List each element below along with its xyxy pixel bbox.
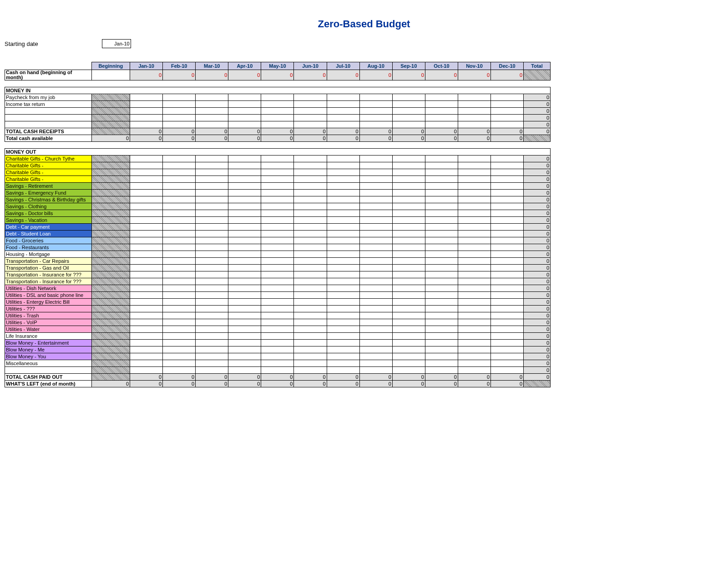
cell[interactable] — [458, 271, 490, 278]
cell[interactable] — [458, 115, 490, 121]
cell[interactable] — [359, 169, 392, 176]
cell[interactable] — [359, 217, 392, 224]
cell[interactable] — [130, 203, 163, 210]
cell[interactable] — [196, 101, 228, 108]
cell[interactable] — [130, 231, 163, 237]
cell[interactable] — [491, 299, 524, 306]
cell[interactable] — [196, 271, 228, 278]
cell[interactable] — [359, 278, 392, 285]
cell[interactable] — [261, 210, 294, 217]
cell[interactable] — [228, 258, 261, 265]
cell[interactable] — [491, 346, 524, 353]
cell[interactable] — [425, 217, 458, 224]
cell[interactable]: 0 — [359, 70, 392, 80]
cell[interactable] — [458, 251, 490, 258]
cell[interactable] — [327, 176, 359, 183]
cell[interactable] — [294, 237, 327, 244]
cell[interactable] — [228, 271, 261, 278]
cell[interactable] — [163, 224, 196, 231]
cell[interactable] — [327, 340, 359, 346]
cell[interactable]: 0 — [294, 70, 327, 80]
cell[interactable] — [458, 176, 490, 183]
cell[interactable] — [163, 285, 196, 292]
cell[interactable] — [294, 156, 327, 162]
cell[interactable] — [491, 251, 524, 258]
cell[interactable] — [228, 312, 261, 319]
cell[interactable] — [392, 94, 425, 101]
cell[interactable]: 0 — [228, 70, 261, 80]
cell[interactable] — [392, 319, 425, 326]
cell[interactable] — [491, 190, 524, 196]
cell[interactable] — [458, 299, 490, 306]
cell[interactable] — [196, 176, 228, 183]
cell[interactable] — [261, 121, 294, 128]
cell[interactable] — [491, 156, 524, 162]
cell[interactable] — [491, 203, 524, 210]
cell[interactable] — [130, 169, 163, 176]
cell[interactable] — [491, 340, 524, 346]
cell[interactable] — [327, 278, 359, 285]
cell[interactable] — [261, 292, 294, 299]
cell[interactable] — [425, 333, 458, 340]
cell[interactable] — [228, 224, 261, 231]
cell[interactable] — [130, 196, 163, 203]
cell[interactable] — [294, 333, 327, 340]
cell[interactable] — [196, 360, 228, 367]
cell[interactable] — [261, 244, 294, 251]
cell[interactable] — [491, 169, 524, 176]
cell[interactable] — [425, 271, 458, 278]
cell[interactable] — [163, 210, 196, 217]
cell[interactable] — [130, 115, 163, 121]
cell[interactable] — [327, 190, 359, 196]
cell[interactable] — [491, 231, 524, 237]
cell[interactable] — [130, 367, 163, 374]
cell[interactable] — [261, 312, 294, 319]
cell[interactable] — [425, 162, 458, 169]
cell[interactable] — [425, 231, 458, 237]
cell[interactable] — [130, 306, 163, 312]
cell[interactable] — [294, 367, 327, 374]
cell[interactable] — [458, 237, 490, 244]
cell[interactable] — [261, 162, 294, 169]
cell[interactable] — [392, 326, 425, 333]
cell[interactable] — [458, 312, 490, 319]
cell[interactable] — [294, 169, 327, 176]
cell[interactable] — [130, 258, 163, 265]
cell[interactable] — [294, 210, 327, 217]
cell[interactable] — [491, 278, 524, 285]
cell[interactable] — [163, 121, 196, 128]
cell[interactable] — [294, 231, 327, 237]
cell[interactable] — [458, 196, 490, 203]
cell[interactable] — [392, 217, 425, 224]
cell[interactable] — [228, 285, 261, 292]
cell[interactable] — [327, 360, 359, 367]
cell[interactable] — [359, 306, 392, 312]
cell[interactable] — [491, 285, 524, 292]
cell[interactable] — [294, 190, 327, 196]
cell[interactable] — [130, 278, 163, 285]
cell[interactable] — [228, 319, 261, 326]
cell[interactable] — [359, 271, 392, 278]
cell[interactable] — [327, 115, 359, 121]
cell[interactable] — [491, 210, 524, 217]
cell[interactable] — [294, 312, 327, 319]
cell[interactable] — [458, 285, 490, 292]
cell[interactable] — [327, 237, 359, 244]
cell[interactable] — [130, 156, 163, 162]
cell[interactable] — [130, 183, 163, 190]
cell[interactable] — [294, 299, 327, 306]
cell[interactable] — [163, 162, 196, 169]
cell[interactable] — [163, 183, 196, 190]
cell[interactable] — [359, 231, 392, 237]
cell[interactable] — [392, 360, 425, 367]
cell[interactable] — [130, 162, 163, 169]
cell[interactable] — [327, 108, 359, 115]
cell[interactable] — [425, 258, 458, 265]
cell[interactable] — [228, 333, 261, 340]
cell[interactable] — [261, 353, 294, 360]
cell[interactable] — [294, 217, 327, 224]
cell[interactable] — [294, 258, 327, 265]
cell[interactable] — [294, 319, 327, 326]
cell[interactable] — [425, 278, 458, 285]
cell[interactable] — [327, 306, 359, 312]
